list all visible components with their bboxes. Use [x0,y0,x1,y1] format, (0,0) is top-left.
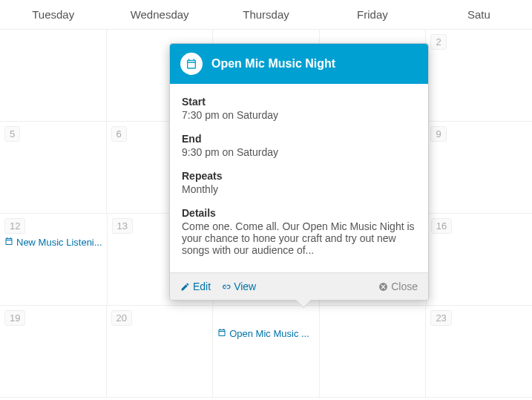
day-header-tue: Tuesday [0,8,106,21]
day-number: 2 [430,34,446,50]
day-number: 20 [111,310,132,326]
popover-body: Start 7:30 pm on Saturday End 9:30 pm on… [170,84,428,272]
day-header-row: Tuesday Wednesday Thursday Friday Satu [0,0,532,30]
event-label: New Music Listeni... [16,237,102,248]
link-icon [221,282,231,292]
day-cell[interactable]: 9 [426,122,532,213]
day-header-thu: Thursday [213,8,319,21]
day-cell[interactable]: 5 [0,122,107,213]
field-end: End 9:30 pm on Saturday [182,133,416,158]
day-number: 5 [4,126,20,142]
event-label: Open Mic Music ... [229,328,309,339]
close-icon [378,282,388,292]
day-cell[interactable]: 19 [0,306,107,397]
event-new-music-listening[interactable]: New Music Listeni... [4,237,102,248]
edit-label: Edit [193,281,211,292]
event-open-mic-music[interactable]: Open Mic Music ... [217,328,315,339]
event-popover: Open Mic Music Night Start 7:30 pm on Sa… [169,43,429,301]
popover-footer: Edit View Close [170,272,428,300]
day-cell[interactable]: 23 [426,306,532,397]
day-cell[interactable] [320,306,427,397]
pencil-icon [180,282,190,292]
view-label: View [234,281,256,292]
day-cell[interactable]: 12 New Music Listeni... [0,214,108,305]
calendar-icon [217,328,226,339]
popover-header: Open Mic Music Night [170,44,428,84]
day-number: 12 [4,218,25,234]
day-header-sat: Satu [426,8,532,21]
day-header-fri: Friday [319,8,425,21]
day-number: 6 [111,126,127,142]
field-value: Come one. Come all. Our Open Mic Music N… [182,220,416,256]
field-label: Start [182,96,416,108]
day-number: 23 [430,310,451,326]
day-number: 9 [430,126,446,142]
day-number: 16 [431,218,452,234]
edit-button[interactable]: Edit [180,281,211,292]
day-cell[interactable]: 2 [426,30,532,121]
field-value: Monthly [182,183,416,195]
field-value: 7:30 pm on Saturday [182,109,416,121]
popover-title: Open Mic Music Night [211,57,335,71]
calendar-icon [4,237,13,248]
close-label: Close [391,281,418,292]
close-button[interactable]: Close [378,281,418,292]
field-repeats: Repeats Monthly [182,170,416,195]
day-cell[interactable] [0,30,107,121]
week-row: 19 20 Open Mic Music ... 23 [0,306,532,398]
field-label: Repeats [182,170,416,182]
field-label: End [182,133,416,145]
view-button[interactable]: View [221,281,256,292]
popover-arrow [296,300,311,307]
day-number: 13 [112,218,133,234]
field-details: Details Come one. Come all. Our Open Mic… [182,207,416,256]
day-cell[interactable]: 16 [427,214,532,305]
day-header-wed: Wednesday [106,8,212,21]
day-cell[interactable]: 20 [107,306,214,397]
calendar-icon [180,53,203,75]
field-value: 9:30 pm on Saturday [182,146,416,158]
day-cell[interactable]: Open Mic Music ... [213,306,320,397]
field-start: Start 7:30 pm on Saturday [182,96,416,121]
day-number: 19 [4,310,25,326]
field-label: Details [182,207,416,219]
